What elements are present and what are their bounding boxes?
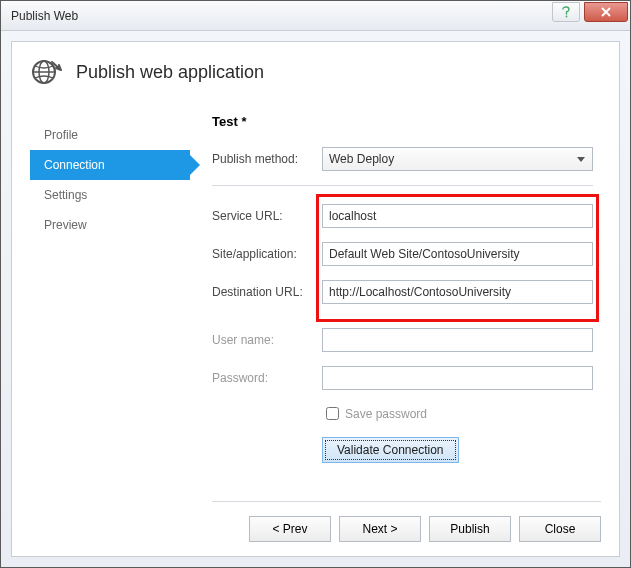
prev-button[interactable]: < Prev bbox=[249, 516, 331, 542]
password-label: Password: bbox=[212, 371, 322, 385]
svg-point-0 bbox=[566, 16, 568, 18]
site-application-input[interactable] bbox=[322, 242, 593, 266]
service-url-input[interactable] bbox=[322, 204, 593, 228]
wizard-sidebar: Profile Connection Settings Preview bbox=[30, 100, 190, 463]
sidebar-item-label: Profile bbox=[44, 128, 78, 142]
destination-url-label: Destination URL: bbox=[212, 285, 322, 299]
footer-buttons: < Prev Next > Publish Close bbox=[212, 501, 601, 542]
save-password-checkbox[interactable] bbox=[326, 407, 339, 420]
section-title: Test * bbox=[212, 114, 593, 129]
destination-url-input[interactable] bbox=[322, 280, 593, 304]
save-password-label: Save password bbox=[345, 407, 427, 421]
close-icon bbox=[600, 7, 612, 17]
client-area: Publish web application Profile Connecti… bbox=[11, 41, 620, 557]
sidebar-item-label: Settings bbox=[44, 188, 87, 202]
validate-connection-button[interactable]: Validate Connection bbox=[322, 437, 459, 463]
sidebar-item-settings[interactable]: Settings bbox=[30, 180, 190, 210]
sidebar-item-preview[interactable]: Preview bbox=[30, 210, 190, 240]
separator bbox=[212, 185, 593, 186]
publish-method-select[interactable]: Web Deploy bbox=[322, 147, 593, 171]
titlebar: Publish Web bbox=[1, 1, 630, 31]
username-input[interactable] bbox=[322, 328, 593, 352]
main-panel: Test * Publish method: Web Deploy Servic… bbox=[190, 100, 601, 463]
site-application-label: Site/application: bbox=[212, 247, 322, 261]
dialog-window: Publish Web bbox=[0, 0, 631, 568]
window-title: Publish Web bbox=[11, 9, 78, 23]
publish-button[interactable]: Publish bbox=[429, 516, 511, 542]
header: Publish web application bbox=[12, 42, 619, 100]
password-input[interactable] bbox=[322, 366, 593, 390]
publish-method-label: Publish method: bbox=[212, 152, 322, 166]
highlighted-fields-group: Service URL: Site/application: Destinati… bbox=[212, 204, 593, 304]
close-button[interactable]: Close bbox=[519, 516, 601, 542]
page-title: Publish web application bbox=[76, 62, 264, 83]
help-icon bbox=[561, 6, 571, 18]
sidebar-item-label: Connection bbox=[44, 158, 105, 172]
globe-publish-icon bbox=[30, 56, 62, 88]
sidebar-item-connection[interactable]: Connection bbox=[30, 150, 190, 180]
service-url-label: Service URL: bbox=[212, 209, 322, 223]
sidebar-item-profile[interactable]: Profile bbox=[30, 120, 190, 150]
next-button[interactable]: Next > bbox=[339, 516, 421, 542]
username-label: User name: bbox=[212, 333, 322, 347]
close-window-button[interactable] bbox=[584, 2, 628, 22]
sidebar-item-label: Preview bbox=[44, 218, 87, 232]
help-button[interactable] bbox=[552, 2, 580, 22]
